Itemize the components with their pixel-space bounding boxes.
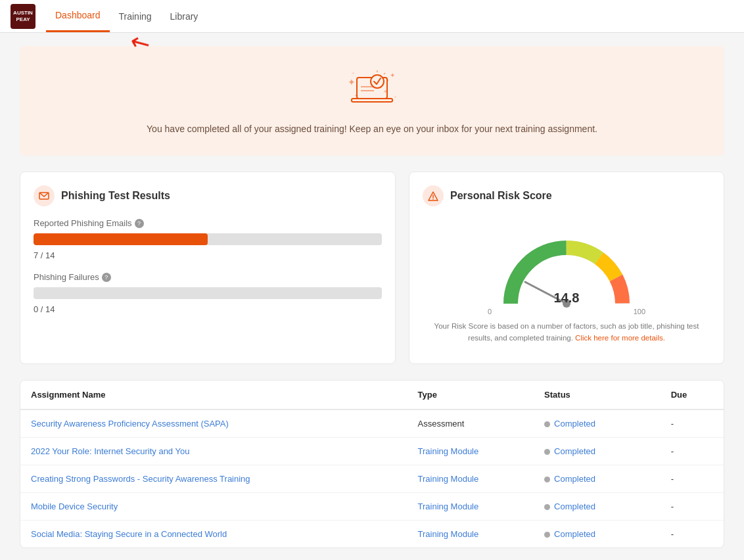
header: AUSTINPEAY Dashboard Training Library ↖ [0, 0, 744, 33]
assignments-table-section: Assignment Name Type Status Due Security… [20, 380, 724, 548]
reported-progress-bar-fill [34, 233, 208, 245]
status-text: Completed [554, 502, 595, 511]
gauge-svg: 14.8 [488, 225, 645, 310]
assignment-status: Completed [534, 465, 661, 492]
assignment-name-link[interactable]: Mobile Device Security [31, 502, 118, 511]
reported-label: Reported Phishing Emails ? [34, 218, 382, 228]
status-text: Completed [554, 474, 595, 484]
assignment-due: - [661, 492, 724, 520]
assignment-status: Completed [534, 520, 661, 548]
nav-dashboard[interactable]: Dashboard [46, 0, 110, 32]
svg-text:✦: ✦ [348, 77, 356, 87]
assignment-status: Completed [534, 492, 661, 520]
cards-row: Phishing Test Results Reported Phishing … [20, 172, 724, 364]
status-dot [544, 532, 550, 538]
phishing-card-header: Phishing Test Results [34, 185, 382, 206]
col-header-type: Type [407, 381, 534, 409]
phishing-icon-circle [34, 185, 55, 206]
assignment-type: Assessment [407, 409, 534, 438]
assignment-due: - [661, 465, 724, 492]
assignment-due: - [661, 520, 724, 548]
status-text: Completed [554, 446, 595, 456]
risk-score-card: Personal Risk Score [409, 172, 724, 364]
phishing-card-title: Phishing Test Results [61, 190, 170, 202]
col-header-due: Due [661, 381, 724, 409]
reported-progress-bar-bg [34, 233, 382, 245]
nav: Dashboard Training Library [46, 0, 207, 32]
failures-help-icon[interactable]: ? [102, 273, 111, 282]
reported-value: 7 / 14 [34, 250, 382, 260]
assignment-name-link[interactable]: Social Media: Staying Secure in a Connec… [31, 529, 227, 539]
failures-value: 0 / 14 [34, 304, 382, 314]
main-content: ✦ ✦ ✦ ✦ + + You have comple [0, 33, 744, 560]
assignment-type: Training Module [407, 437, 534, 465]
banner-icon: ✦ ✦ ✦ ✦ + + [33, 66, 711, 114]
risk-description: Your Risk Score is based on a number of … [423, 321, 710, 344]
logo: AUSTINPEAY [11, 4, 35, 29]
warning-icon [428, 191, 438, 201]
status-text: Completed [554, 529, 595, 539]
nav-library[interactable]: Library [161, 0, 208, 32]
assignment-status: Completed [534, 437, 661, 465]
col-header-status: Status [534, 381, 661, 409]
banner-message: You have completed all of your assigned … [33, 122, 711, 136]
training-complete-icon: ✦ ✦ ✦ ✦ + + [342, 66, 402, 112]
table-row: Mobile Device SecurityTraining ModuleCom… [20, 492, 724, 520]
completion-banner: ✦ ✦ ✦ ✦ + + You have comple [20, 46, 724, 156]
assignment-name-link[interactable]: 2022 Your Role: Internet Security and Yo… [31, 446, 189, 456]
risk-icon-circle [423, 185, 444, 206]
phishing-card: Phishing Test Results Reported Phishing … [20, 172, 396, 364]
assignment-due: - [661, 437, 724, 465]
assignment-name-link[interactable]: Security Awareness Proficiency Assessmen… [31, 419, 229, 429]
email-icon [39, 192, 49, 200]
svg-point-10 [371, 75, 384, 88]
assignment-status: Completed [534, 409, 661, 438]
table-row: Security Awareness Proficiency Assessmen… [20, 409, 724, 438]
reported-help-icon[interactable]: ? [135, 219, 144, 228]
svg-point-17 [432, 198, 434, 200]
svg-line-12 [384, 73, 385, 74]
status-text: Completed [554, 419, 595, 429]
nav-training[interactable]: Training [110, 0, 161, 32]
status-dot [544, 504, 550, 510]
status-dot [544, 449, 550, 455]
risk-card-title: Personal Risk Score [450, 190, 552, 202]
svg-rect-7 [352, 99, 392, 102]
table-row: 2022 Your Role: Internet Security and Yo… [20, 437, 724, 465]
failures-label: Phishing Failures ? [34, 272, 382, 282]
assignment-type: Training Module [407, 465, 534, 492]
svg-text:+: + [352, 70, 355, 76]
status-dot [544, 421, 550, 427]
assignment-name-link[interactable]: Creating Strong Passwords - Security Awa… [31, 474, 250, 484]
risk-card-header: Personal Risk Score [423, 185, 710, 206]
assignment-type: Training Module [407, 520, 534, 548]
table-row: Creating Strong Passwords - Security Awa… [20, 465, 724, 492]
assignments-table: Assignment Name Type Status Due Security… [20, 381, 724, 548]
svg-text:14.8: 14.8 [554, 291, 580, 305]
gauge-container: 14.8 0 100 Your Risk Score is based on a… [423, 218, 710, 350]
logo-text: AUSTINPEAY [13, 10, 33, 22]
svg-text:✦: ✦ [390, 72, 395, 79]
svg-text:+: + [394, 94, 397, 100]
failures-progress-bar-bg [34, 287, 382, 299]
gauge-wrap: 14.8 [488, 225, 645, 310]
risk-details-link[interactable]: Click here for more details. [575, 334, 665, 342]
assignment-type: Training Module [407, 492, 534, 520]
assignment-due: - [661, 409, 724, 438]
status-dot [544, 477, 550, 482]
table-header-row: Assignment Name Type Status Due [20, 381, 724, 409]
table-row: Social Media: Staying Secure in a Connec… [20, 520, 724, 548]
col-header-name: Assignment Name [20, 381, 407, 409]
